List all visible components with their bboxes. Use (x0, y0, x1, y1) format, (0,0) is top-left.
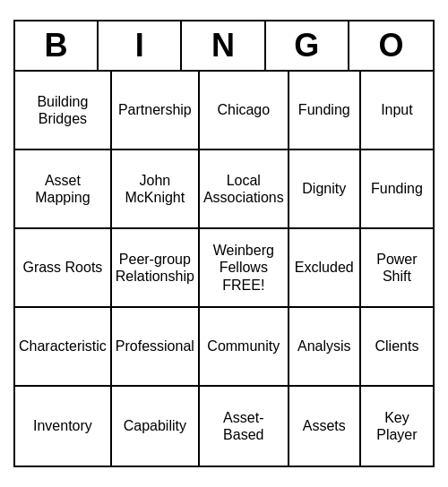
bingo-cell: Power Shift (361, 229, 433, 308)
bingo-cell: Asset Mapping (15, 150, 112, 229)
bingo-cell: Weinberg Fellows FREE! (200, 229, 289, 308)
cell-text: Key Player (365, 409, 429, 443)
cell-text: Dignity (302, 180, 346, 197)
bingo-cell: Chicago (200, 72, 289, 150)
header-letter: O (349, 21, 433, 70)
bingo-cell: Clients (361, 308, 433, 387)
bingo-cell: Local Associations (200, 150, 289, 229)
cell-text: Grass Roots (22, 259, 102, 276)
bingo-cell: Grass Roots (15, 229, 112, 308)
bingo-grid: Building BridgesPartnershipChicagoFundin… (15, 72, 433, 466)
cell-text: Excluded (295, 259, 354, 276)
bingo-cell: Assets (289, 387, 361, 466)
cell-text: Clients (375, 337, 418, 355)
cell-text: Asset Mapping (19, 172, 107, 206)
cell-text: Funding (371, 180, 423, 197)
bingo-cell: Building Bridges (15, 72, 112, 150)
cell-text: Funding (298, 101, 350, 118)
cell-text: Community (207, 337, 280, 355)
bingo-cell: Peer-group Relationship (112, 229, 200, 308)
cell-text: Power Shift (365, 251, 429, 285)
cell-text: Building Bridges (19, 93, 107, 127)
bingo-cell: Partnership (112, 72, 200, 150)
bingo-cell: Community (200, 308, 289, 387)
cell-text: Asset-Based (203, 409, 284, 443)
bingo-cell: Professional (112, 308, 200, 387)
bingo-cell: John McKnight (112, 150, 200, 229)
bingo-cell: Funding (289, 72, 361, 150)
bingo-cell: Capability (112, 387, 200, 466)
cell-text: Capability (124, 417, 186, 434)
bingo-cell: Inventory (15, 387, 112, 466)
header-letter: I (99, 21, 182, 70)
bingo-cell: Input (361, 72, 433, 150)
header-letter: G (266, 21, 349, 70)
cell-text: Analysis (297, 337, 351, 355)
cell-text: Professional (116, 337, 194, 355)
cell-text: Weinberg Fellows FREE! (203, 242, 284, 294)
bingo-cell: Key Player (361, 387, 433, 466)
bingo-cell: Dignity (289, 150, 361, 229)
bingo-card: BINGO Building BridgesPartnershipChicago… (13, 20, 435, 467)
cell-text: Characteristic (19, 337, 107, 355)
header-letter: B (15, 21, 99, 70)
header-letter: N (182, 21, 265, 70)
cell-text: Input (381, 101, 413, 118)
cell-text: Local Associations (203, 172, 284, 206)
cell-text: Inventory (33, 417, 92, 434)
cell-text: Partnership (118, 101, 192, 118)
bingo-header: BINGO (15, 21, 433, 72)
bingo-cell: Funding (361, 150, 433, 229)
cell-text: Peer-group Relationship (116, 251, 194, 285)
bingo-cell: Analysis (289, 308, 361, 387)
bingo-cell: Excluded (289, 229, 361, 308)
bingo-cell: Asset-Based (200, 387, 289, 466)
bingo-cell: Characteristic (15, 308, 112, 387)
cell-text: Assets (303, 417, 346, 434)
cell-text: Chicago (217, 101, 270, 118)
cell-text: John McKnight (116, 172, 194, 206)
